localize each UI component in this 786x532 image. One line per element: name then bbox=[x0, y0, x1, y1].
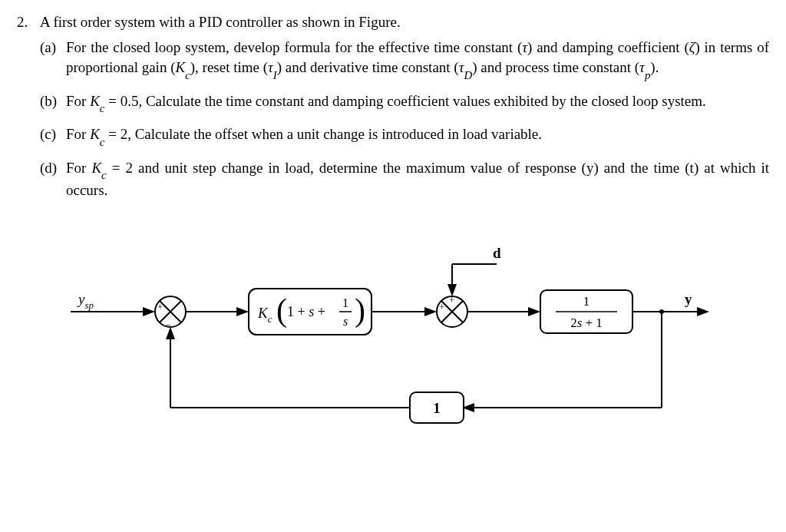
part-a-label: (a) bbox=[40, 38, 61, 81]
part-a-text: For the closed loop system, develop form… bbox=[66, 38, 769, 81]
plus-sign: + bbox=[157, 301, 163, 312]
paren-close: ) bbox=[355, 292, 365, 329]
part-d-label: (d) bbox=[40, 158, 61, 201]
plus-sign: + bbox=[449, 294, 454, 306]
symbol-tau: τ bbox=[639, 59, 645, 75]
part-c: (c) For Kc = 2, Calculate the offset whe… bbox=[40, 124, 769, 147]
subscript-p: p bbox=[645, 69, 650, 81]
fraction-den: s bbox=[343, 315, 348, 328]
text: ) and damping coefficient ( bbox=[527, 39, 689, 55]
subscript-c: c bbox=[100, 136, 105, 148]
symbol-K: K bbox=[175, 59, 185, 75]
label-y: y bbox=[685, 291, 692, 307]
text: = 0.5, Calculate the time constant and d… bbox=[104, 93, 705, 109]
feedback-value: 1 bbox=[433, 400, 441, 416]
symbol-tau: τ bbox=[268, 59, 273, 75]
subscript-D: D bbox=[464, 69, 472, 81]
part-b-label: (b) bbox=[40, 91, 61, 114]
text: ), reset time ( bbox=[190, 59, 268, 75]
part-b-text: For Kc = 0.5, Calculate the time constan… bbox=[66, 91, 706, 114]
question-stem: 2. A first order system with a PID contr… bbox=[17, 12, 769, 33]
summing-junction-1: + − bbox=[155, 296, 186, 331]
label-d: d bbox=[493, 245, 501, 261]
summing-junction-2: + + bbox=[437, 294, 467, 327]
subscript-c: c bbox=[100, 102, 105, 114]
part-b: (b) For Kc = 0.5, Calculate the time con… bbox=[40, 91, 769, 114]
fraction-num: 1 bbox=[583, 294, 590, 309]
subscript-c: c bbox=[101, 169, 107, 181]
text: For bbox=[66, 126, 90, 142]
label-ysp: ysp bbox=[77, 291, 94, 311]
text: = 2 and unit step change in load, determ… bbox=[66, 160, 769, 199]
text: For bbox=[66, 93, 90, 109]
fraction-den: 2s + 1 bbox=[570, 316, 603, 330]
fraction-num: 1 bbox=[342, 296, 348, 309]
symbol-K: K bbox=[91, 160, 101, 176]
text: For the closed loop system, develop form… bbox=[66, 39, 522, 55]
plus-sign: + bbox=[439, 301, 444, 312]
symbol-K: K bbox=[90, 126, 100, 142]
part-c-text: For Kc = 2, Calculate the offset when a … bbox=[66, 124, 542, 147]
diagram-svg: ysp + − Kc ( 1 + s + 1 s ) + + d 1 2s + … bbox=[17, 227, 754, 442]
part-d-text: For Kc = 2 and unit step change in load,… bbox=[66, 158, 769, 201]
text: ). bbox=[650, 59, 659, 75]
block-diagram: ysp + − Kc ( 1 + s + 1 s ) + + d 1 2s + … bbox=[17, 227, 769, 458]
node-dot bbox=[659, 309, 664, 314]
part-a: (a) For the closed loop system, develop … bbox=[40, 38, 769, 81]
text: = 2, Calculate the offset when a unit ch… bbox=[104, 126, 542, 142]
paren-open: ( bbox=[276, 292, 287, 329]
part-c-label: (c) bbox=[40, 124, 61, 147]
pid-expr: 1 + s + bbox=[287, 304, 325, 319]
question-number: 2. bbox=[17, 12, 34, 33]
question-text: A first order system with a PID controll… bbox=[40, 12, 401, 33]
text: For bbox=[66, 160, 91, 176]
text: ) and process time constant ( bbox=[472, 59, 639, 75]
part-d: (d) For Kc = 2 and unit step change in l… bbox=[40, 158, 769, 201]
subscript-I: I bbox=[273, 69, 277, 81]
symbol-K: K bbox=[90, 93, 100, 109]
subscript-c: c bbox=[185, 69, 190, 81]
text: ) and derivative time constant ( bbox=[277, 59, 459, 75]
